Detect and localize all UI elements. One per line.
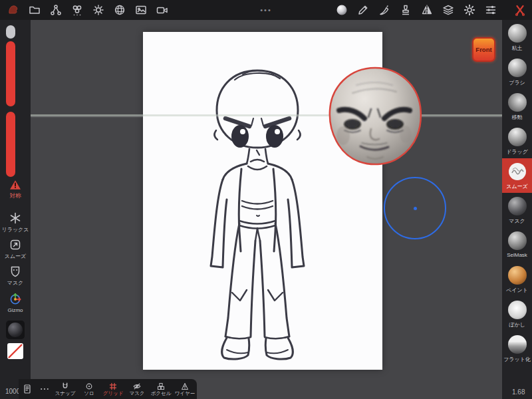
tool-clay[interactable]: 粘土	[502, 20, 532, 55]
brush-icon	[508, 59, 527, 77]
brush-cursor[interactable]	[384, 177, 446, 239]
wireframe-icon	[180, 382, 190, 391]
snap-toggle[interactable]: スナップ	[53, 379, 77, 399]
texture-none-thumbnail[interactable]	[7, 343, 23, 359]
folder-icon[interactable]	[24, 0, 45, 20]
move-brush-icon	[508, 93, 527, 112]
intensity-slider[interactable]	[6, 112, 15, 177]
sculpt-app-window: Front	[0, 0, 532, 399]
symmetry-icon[interactable]	[416, 0, 438, 20]
sculpted-head-object[interactable]	[323, 63, 430, 170]
top-toolbar-left-group	[3, 0, 173, 20]
wireframe-toggle[interactable]: ワイヤー	[173, 379, 197, 399]
symmetry-warning-icon[interactable]	[0, 180, 31, 190]
mask-brush-icon	[508, 197, 527, 215]
pencil-icon[interactable]	[352, 0, 374, 20]
mask-eye-icon	[132, 382, 142, 391]
blur-brush-icon	[508, 301, 527, 319]
bottom-toolbar: スナップ ソロ グリッド マスク ボクセル ワイヤー	[19, 379, 197, 399]
tool-brush[interactable]: ブラシ	[502, 55, 532, 89]
solo-toggle[interactable]: ソロ	[77, 379, 101, 399]
tool-move[interactable]: 移動	[502, 89, 532, 124]
top-toolbar: •••	[0, 0, 532, 20]
tool-mask[interactable]: マスク	[502, 193, 532, 227]
matcap-sphere-icon[interactable]	[331, 0, 352, 20]
tool-flatten[interactable]: フラット化	[502, 331, 532, 366]
radius-slider[interactable]	[6, 41, 15, 106]
clay-brush-icon	[508, 24, 527, 43]
magnet-icon	[61, 382, 70, 391]
grid-toggle[interactable]: グリッド	[101, 379, 125, 399]
gizmo-icon	[8, 291, 23, 306]
voxel-toggle[interactable]: ボクセル	[149, 379, 173, 399]
mask-visibility-toggle[interactable]: マスク	[125, 379, 149, 399]
red-cross-tools-icon[interactable]	[509, 0, 531, 20]
solo-icon	[84, 382, 94, 391]
relax-tool[interactable]: リラックス	[0, 211, 31, 233]
scene-graph-icon[interactable]	[45, 0, 66, 20]
material-sphere-thumbnail[interactable]	[6, 321, 25, 339]
gizmo-tool[interactable]: Gizmo	[0, 291, 31, 313]
drag-brush-icon	[508, 128, 527, 146]
brush-slider-knob[interactable]	[6, 25, 15, 39]
left-tool-list: リラックス スムーズ マスク Gizmo	[0, 211, 31, 359]
top-toolbar-right-group	[331, 0, 531, 20]
scale-indicator: 1.68	[512, 388, 525, 396]
smooth-brush-icon	[508, 162, 527, 181]
gear-icon[interactable]	[459, 0, 480, 20]
layers-icon[interactable]	[438, 0, 459, 20]
vertex-count: 1000	[5, 388, 20, 395]
image-icon[interactable]	[130, 0, 152, 20]
lighting-icon[interactable]	[88, 0, 109, 20]
flatten-brush-icon	[508, 335, 527, 354]
materials-icon[interactable]	[66, 0, 88, 20]
notes-icon[interactable]	[19, 379, 36, 399]
app-logo-icon[interactable]	[3, 0, 24, 20]
left-tool-panel: 対称 リラックス スムーズ マスク Gizmo 1000	[0, 20, 31, 399]
paint-knife-icon[interactable]	[374, 0, 395, 20]
smooth-icon	[9, 238, 22, 251]
material-ball	[8, 323, 23, 337]
camera-icon[interactable]	[152, 0, 173, 20]
voxel-icon	[156, 382, 166, 391]
tool-blur[interactable]: ぼかし	[502, 297, 532, 331]
sliders-icon[interactable]	[480, 0, 501, 20]
grid-icon	[108, 382, 118, 391]
tool-smooth-selected[interactable]: スムーズ	[502, 158, 532, 193]
more-options-icon[interactable]	[36, 379, 53, 399]
tool-selmask[interactable]: SelMask	[502, 227, 532, 262]
relax-icon	[9, 211, 22, 225]
tool-drag[interactable]: ドラッグ	[502, 124, 532, 158]
front-view-button[interactable]: Front	[472, 37, 495, 62]
symmetry-label: 対称	[0, 192, 31, 200]
mask-icon	[9, 265, 22, 278]
brush-cursor-center	[414, 207, 417, 210]
mask-tool-left[interactable]: マスク	[0, 265, 31, 287]
right-brush-panel: 粘土 ブラシ 移動 ドラッグ スムーズ マスク SelMask ペイント	[502, 20, 532, 399]
horizon-grid-line	[31, 114, 502, 116]
smooth-tool-left[interactable]: スムーズ	[0, 238, 31, 260]
tool-paint[interactable]: ペイント	[502, 262, 532, 297]
selmask-brush-icon	[508, 231, 527, 250]
stamp-icon[interactable]	[395, 0, 416, 20]
paint-brush-icon	[508, 266, 527, 285]
environment-icon[interactable]	[109, 0, 130, 20]
